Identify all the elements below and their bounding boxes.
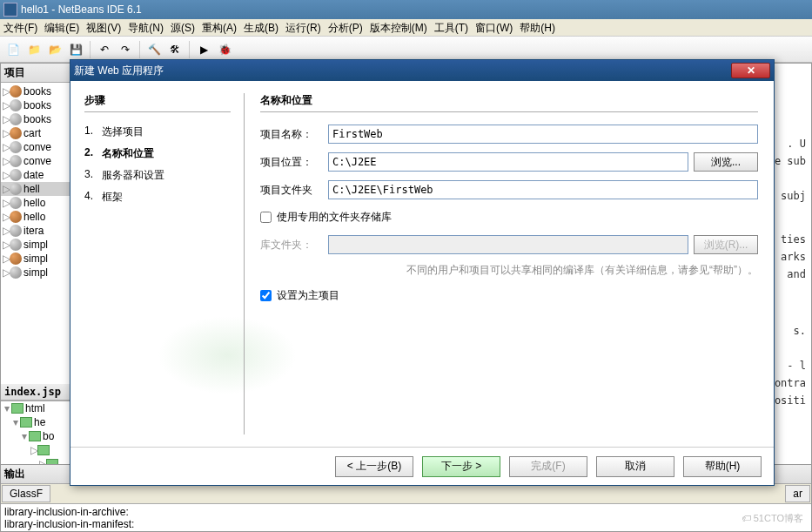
projects-tree[interactable]: ▷books▷books▷books▷cart▷conve▷conve▷date… [1,83,70,384]
output-console[interactable]: library-inclusion-in-archive:library-inc… [1,504,811,532]
project-tree-item[interactable]: ▷books [1,98,70,112]
new-file-button[interactable]: 📄 [3,40,23,59]
dialog-title: 新建 Web 应用程序 [74,64,164,78]
wizard-step: 3.服务器和设置 [84,165,231,186]
project-folder-input[interactable] [328,180,758,199]
lib-folder-label: 库文件夹： [260,238,323,253]
project-location-input[interactable] [328,152,688,172]
editor-text: ties [781,233,806,246]
editor-text: e sub [775,155,806,167]
navigator-item[interactable]: ▾he [1,415,70,429]
browse-location-button[interactable]: 浏览... [694,152,758,172]
panel-title: 项目 [1,64,70,83]
lib-folder-input [328,235,688,254]
project-tree-item[interactable]: ▷hello [1,196,70,210]
project-name-label: 项目名称： [260,127,323,142]
lib-hint: 不同的用户和项目可以共享相同的编译库（有关详细信息，请参见“帮助”）。 [260,263,758,278]
dialog-button-bar: < 上一步(B) 下一步 > 完成(F) 取消 帮助(H) [70,447,774,485]
browse-lib-button: 浏览(R)... [694,235,758,254]
editor-text: and [787,268,806,280]
editor-text: subj [781,190,806,202]
main-project-checkbox[interactable] [260,290,272,301]
projects-panel: 项目 ▷books▷books▷books▷cart▷conve▷conve▷d… [0,63,71,532]
project-name-input[interactable] [328,125,758,144]
close-button[interactable]: ✕ [731,63,770,78]
project-tree-item[interactable]: ▷simpl [1,252,70,266]
project-tree-item[interactable]: ▷books [1,84,70,98]
menu-item[interactable]: 工具(T) [434,21,468,34]
save-all-button[interactable]: 💾 [66,40,85,59]
help-button[interactable]: 帮助(H) [683,456,762,477]
project-tree-item[interactable]: ▷simpl [1,238,70,252]
menu-item[interactable]: 版本控制(M) [370,21,427,34]
window-title: hello1 - NetBeans IDE 6.1 [21,3,142,16]
watermark: 🏷 51CTO博客 [742,512,803,525]
output-tab-extra[interactable]: ar [785,485,810,502]
main-project-label: 设置为主项目 [277,288,339,303]
navigator-item[interactable]: ▷ [1,443,70,457]
jsp-file-label: index.jsp [1,384,70,401]
wizard-content-pane: 名称和位置 项目名称： 项目位置： 浏览... 项目文件夹 使用专用的文件夹存储… [245,81,774,447]
menu-item[interactable]: 视图(V) [86,21,121,34]
dedicated-lib-label: 使用专用的文件夹存储库 [277,210,392,225]
navigator-item[interactable]: ▾bo [1,429,70,443]
editor-text: ontra [775,377,806,389]
section-title: 名称和位置 [260,93,758,112]
debug-button[interactable]: 🐞 [215,40,234,59]
menu-item[interactable]: 文件(F) [3,21,37,34]
menu-item[interactable]: 源(S) [171,21,195,34]
editor-text: arks [781,251,806,263]
menu-item[interactable]: 运行(R) [285,21,321,34]
prev-button[interactable]: < 上一步(B) [335,456,413,477]
redo-button[interactable]: ↷ [116,40,135,59]
wizard-steps-pane: 步骤 1.选择项目2.名称和位置3.服务器和设置4.框架 [70,81,245,447]
project-tree-item[interactable]: ▷books [1,112,70,126]
cancel-button[interactable]: 取消 [596,456,674,477]
editor-text: s. [794,325,806,337]
open-button[interactable]: 📂 [45,40,64,59]
new-project-dialog: 新建 Web 应用程序 ✕ 步骤 1.选择项目2.名称和位置3.服务器和设置4.… [70,59,775,486]
editor-text: ositi [775,394,806,407]
navigator-item[interactable]: ▾html [1,401,70,415]
project-tree-item[interactable]: ▷date [1,168,70,182]
project-tree-item[interactable]: ▷simpl [1,266,70,279]
menu-item[interactable]: 帮助(H) [520,21,555,34]
project-tree-item[interactable]: ▷cart [1,126,70,140]
undo-button[interactable]: ↶ [95,40,114,59]
build-button[interactable]: 🔨 [144,40,164,59]
finish-button: 完成(F) [509,456,587,477]
dialog-titlebar[interactable]: 新建 Web 应用程序 ✕ [70,60,774,81]
clean-build-button[interactable]: 🛠 [165,40,185,59]
editor-text: . U [787,138,806,150]
run-button[interactable]: ▶ [194,40,213,59]
output-tab[interactable]: GlassF [2,485,50,502]
project-tree-item[interactable]: ▷conve [1,140,70,154]
steps-header: 步骤 [84,93,231,112]
output-line: library-inclusion-in-manifest: [4,518,808,530]
project-tree-item[interactable]: ▷hell [1,182,70,196]
next-button[interactable]: 下一步 > [422,456,500,477]
window-titlebar: hello1 - NetBeans IDE 6.1 [0,0,812,19]
menubar: 文件(F)编辑(E)视图(V)导航(N)源(S)重构(A)生成(B)运行(R)分… [0,19,812,37]
project-folder-label: 项目文件夹 [260,183,323,198]
menu-item[interactable]: 编辑(E) [44,21,79,34]
new-project-button[interactable]: 📁 [24,40,44,59]
wizard-step: 2.名称和位置 [84,143,231,165]
project-location-label: 项目位置： [260,155,323,170]
wizard-step: 1.选择项目 [84,121,231,143]
project-tree-item[interactable]: ▷itera [1,224,70,238]
dedicated-lib-checkbox[interactable] [260,212,272,223]
app-icon [3,3,17,17]
editor-text: - l [787,360,806,372]
menu-item[interactable]: 导航(N) [128,21,164,34]
menu-item[interactable]: 窗口(W) [475,21,513,34]
wizard-step: 4.框架 [84,186,231,208]
project-tree-item[interactable]: ▷hello [1,210,70,224]
output-line: library-inclusion-in-archive: [4,506,808,518]
project-tree-item[interactable]: ▷conve [1,154,70,168]
menu-item[interactable]: 生成(B) [244,21,278,34]
menu-item[interactable]: 分析(P) [328,21,363,34]
menu-item[interactable]: 重构(A) [202,21,237,34]
